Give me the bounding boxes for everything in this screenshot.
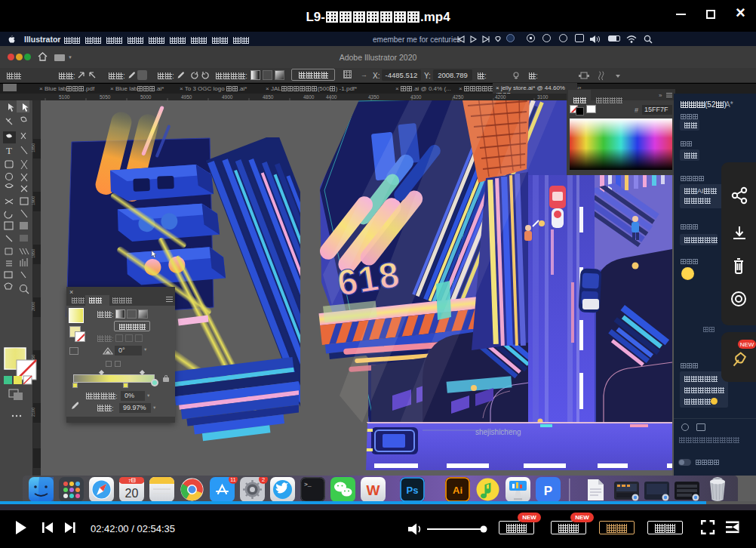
svg-text:5000: 5000 bbox=[140, 94, 152, 100]
svg-text:2000: 2000 bbox=[31, 302, 35, 311]
svg-text:P: P bbox=[544, 484, 552, 498]
svg-text:1850: 1850 bbox=[31, 143, 35, 152]
svg-text:4850: 4850 bbox=[263, 94, 274, 100]
svg-text:4950: 4950 bbox=[181, 94, 192, 100]
svg-text:4200: 4200 bbox=[495, 94, 506, 100]
svg-text:Ps: Ps bbox=[407, 485, 419, 496]
svg-text:shejishicheng: shejishicheng bbox=[475, 428, 521, 436]
svg-text:T: T bbox=[6, 145, 12, 156]
svg-text:2100: 2100 bbox=[31, 408, 35, 417]
svg-text:4900: 4900 bbox=[222, 94, 233, 100]
svg-text:4800: 4800 bbox=[303, 94, 315, 100]
svg-text:>_: >_ bbox=[304, 481, 312, 488]
svg-text:1900: 1900 bbox=[31, 196, 35, 205]
svg-text:1950: 1950 bbox=[31, 249, 35, 258]
svg-text:4350: 4350 bbox=[368, 94, 380, 100]
svg-text:4400: 4400 bbox=[326, 94, 337, 100]
svg-text:11: 11 bbox=[230, 477, 235, 482]
svg-text:W: W bbox=[367, 482, 380, 498]
svg-text:3100: 3100 bbox=[537, 94, 549, 100]
svg-text:20: 20 bbox=[125, 487, 139, 500]
svg-text:2: 2 bbox=[262, 477, 265, 483]
svg-text:5050: 5050 bbox=[100, 94, 111, 100]
svg-text:Ai: Ai bbox=[453, 485, 463, 496]
svg-text:NEW: NEW bbox=[740, 341, 754, 348]
svg-text:4250: 4250 bbox=[453, 94, 464, 100]
svg-text:5100: 5100 bbox=[59, 94, 70, 100]
